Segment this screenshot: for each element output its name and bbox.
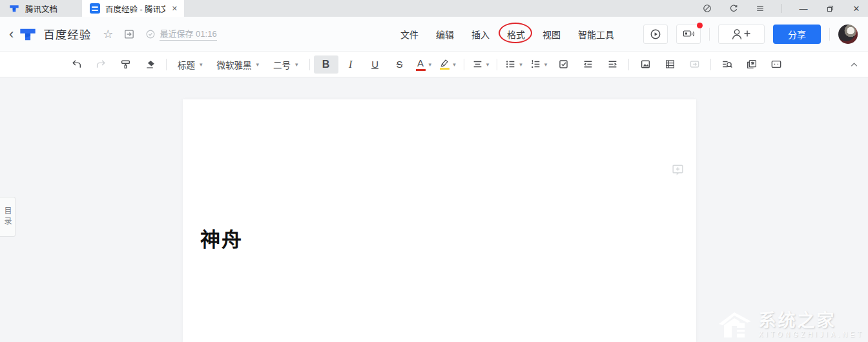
- numbered-list-dropdown[interactable]: ▾: [526, 55, 552, 74]
- formatting-toolbar: 标题 ▾ 微软雅黑 ▾ 二号 ▾ B I U S A ▾ ▾ ▾ ▾ ▾: [0, 52, 868, 77]
- format-painter-icon[interactable]: [113, 55, 138, 74]
- toolbar-divider: [464, 59, 464, 70]
- tencent-docs-logo-icon[interactable]: [19, 25, 37, 43]
- document-page[interactable]: [183, 99, 696, 342]
- tencent-docs-logo-icon: [9, 3, 19, 14]
- close-window-icon[interactable]: ✕: [851, 3, 862, 14]
- header-divider: [709, 28, 710, 41]
- collapse-toolbar-button[interactable]: [849, 52, 859, 77]
- align-center-icon: [472, 59, 483, 70]
- chevron-down-icon: ▾: [429, 61, 432, 68]
- menu-format-label: 格式: [507, 30, 525, 40]
- strikethrough-button[interactable]: S: [388, 55, 412, 74]
- strikethrough-label: S: [397, 59, 403, 70]
- blocked-icon[interactable]: [702, 3, 712, 14]
- tab-document-active[interactable]: 百度经验 - 腾讯文 ✕: [82, 0, 184, 17]
- add-comment-icon[interactable]: [671, 163, 685, 176]
- font-family-value: 微软雅黑: [217, 58, 252, 71]
- document-canvas: 目录 神舟: [0, 77, 868, 342]
- menu-format[interactable]: 格式: [507, 28, 525, 41]
- restore-icon[interactable]: [825, 3, 835, 14]
- paragraph-style-dropdown[interactable]: 标题 ▾: [170, 55, 210, 74]
- bold-label: B: [322, 59, 330, 70]
- present-icon: [683, 29, 695, 39]
- tab-close-icon[interactable]: ✕: [170, 5, 179, 13]
- comment-button[interactable]: [764, 55, 789, 74]
- minimize-icon[interactable]: —: [798, 3, 809, 14]
- chevron-down-icon: ▾: [544, 61, 548, 68]
- save-status[interactable]: 最近保存 01:16: [145, 27, 216, 41]
- window-controls-divider: [781, 4, 782, 13]
- chevron-down-icon: ▾: [200, 61, 203, 68]
- refresh-icon[interactable]: [728, 3, 739, 14]
- toolbar-divider: [628, 59, 629, 70]
- present-button[interactable]: [676, 25, 701, 44]
- header-divider: [829, 28, 830, 41]
- menu-insert[interactable]: 插入: [471, 28, 490, 41]
- task-checkbox-button[interactable]: [551, 55, 575, 74]
- outdent-button[interactable]: [575, 55, 600, 74]
- tab-document-label: 百度经验 - 腾讯文: [105, 3, 165, 15]
- align-dropdown[interactable]: ▾: [468, 55, 493, 74]
- font-color-icon: A: [416, 57, 426, 71]
- user-avatar[interactable]: [838, 25, 858, 44]
- save-status-text: 最近保存 01:16: [160, 27, 216, 41]
- menu-icon[interactable]: [755, 3, 765, 14]
- tab-home[interactable]: 腾讯文档: [0, 0, 68, 17]
- undo-button[interactable]: [64, 55, 88, 74]
- highlighter-icon: [439, 59, 450, 70]
- italic-button[interactable]: I: [338, 55, 363, 74]
- font-size-value: 二号: [273, 58, 291, 71]
- font-color-letter: A: [417, 57, 424, 68]
- font-color-button[interactable]: A ▾: [412, 55, 436, 74]
- menu-smart-tools[interactable]: 智能工具: [578, 28, 614, 41]
- notification-dot: [697, 23, 703, 28]
- bullet-list-icon: [505, 59, 516, 70]
- menu-bar: 文件 编辑 插入 格式 视图 智能工具: [400, 17, 614, 52]
- bold-button[interactable]: B: [314, 55, 338, 74]
- chevron-down-icon: ▾: [256, 61, 260, 68]
- numbered-list-icon: [530, 59, 541, 70]
- star-icon[interactable]: ☆: [103, 27, 113, 41]
- menu-view[interactable]: 视图: [542, 28, 561, 41]
- underline-label: U: [371, 59, 378, 70]
- share-button[interactable]: 分享: [773, 25, 821, 44]
- document-title[interactable]: 百度经验: [43, 26, 91, 42]
- insert-table-button[interactable]: [657, 55, 682, 74]
- invite-collaborator-button[interactable]: [718, 25, 765, 44]
- translate-button[interactable]: [739, 55, 764, 74]
- indent-button[interactable]: [600, 55, 625, 74]
- tab-home-label: 腾讯文档: [25, 3, 57, 15]
- font-family-dropdown[interactable]: 微软雅黑 ▾: [210, 55, 267, 74]
- underline-button[interactable]: U: [363, 55, 388, 74]
- chevron-down-icon: ▾: [486, 61, 490, 68]
- redo-button[interactable]: [88, 55, 113, 74]
- back-chevron-icon[interactable]: ‹: [6, 27, 16, 41]
- window-controls: — ✕: [702, 0, 862, 17]
- play-icon: [650, 28, 661, 40]
- font-color-bar: [416, 69, 426, 71]
- eraser-icon[interactable]: [138, 55, 162, 74]
- document-heading-text[interactable]: 神舟: [200, 223, 243, 252]
- bullet-list-dropdown[interactable]: ▾: [501, 55, 526, 74]
- chevron-down-icon: ▾: [295, 61, 298, 68]
- insert-image-button[interactable]: [633, 55, 657, 74]
- font-size-dropdown[interactable]: 二号 ▾: [266, 55, 305, 74]
- highlight-color-button[interactable]: ▾: [435, 55, 460, 74]
- chevron-down-icon: ▾: [519, 61, 522, 68]
- toolbar-divider: [710, 59, 711, 70]
- move-to-folder-icon[interactable]: [123, 28, 135, 40]
- toolbar-divider: [497, 59, 497, 70]
- chevron-down-icon: ▾: [453, 61, 456, 68]
- play-demo-button[interactable]: [643, 25, 668, 44]
- paragraph-style-value: 标题: [178, 58, 195, 71]
- toc-sidebar-tab[interactable]: 目录: [0, 197, 16, 237]
- menu-edit[interactable]: 编辑: [436, 28, 454, 41]
- toolbar-divider: [309, 59, 310, 70]
- find-replace-button[interactable]: [715, 55, 739, 74]
- insert-widget-button-disabled: [682, 55, 707, 74]
- menu-file[interactable]: 文件: [400, 28, 418, 41]
- window-tab-bar: 腾讯文档 百度经验 - 腾讯文 ✕ — ✕: [0, 0, 868, 17]
- italic-label: I: [349, 59, 352, 70]
- toolbar-divider: [166, 59, 167, 70]
